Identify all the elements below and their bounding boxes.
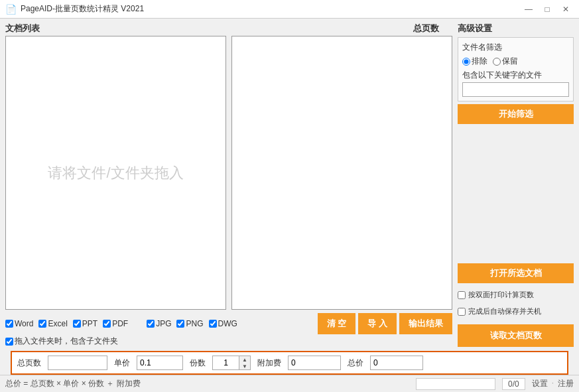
status-progress: 0/0: [502, 378, 525, 390]
maximize-button[interactable]: □: [539, 3, 555, 15]
total-pages-header-label: 总页数: [399, 23, 452, 34]
dwg-checkbox[interactable]: [209, 320, 217, 328]
total-pages-title: 总页数: [413, 23, 439, 33]
auto-shutdown-checkbox[interactable]: [458, 308, 466, 316]
png-checkbox[interactable]: [176, 320, 184, 328]
pdf-checkbox-item: PDF: [103, 319, 128, 328]
close-button[interactable]: ✕: [558, 3, 574, 15]
calc-total-pages-label: 总页数: [17, 358, 41, 369]
double-sided-label[interactable]: 按双面打印计算页数: [468, 290, 534, 300]
total-pages-box: [231, 36, 452, 310]
double-sided-option: 按双面打印计算页数: [458, 290, 574, 300]
doc-list-placeholder: 请将文件/文件夹拖入: [48, 163, 183, 183]
calc-unit-price-label: 单价: [114, 358, 130, 369]
ppt-checkbox-item: PPT: [73, 319, 97, 328]
spin-up-button[interactable]: ▲: [239, 356, 250, 363]
titlebar-controls: — □ ✕: [521, 3, 574, 15]
keep-radio-item: 保留: [493, 56, 518, 67]
app-title: PageAID-批量页数统计精灵 V2021: [21, 3, 144, 15]
calc-row: 总页数 单价 份数 ▲ ▼ 附加费 总价: [11, 351, 568, 375]
calc-surcharge-label: 附加费: [257, 358, 281, 369]
jpg-checkbox[interactable]: [147, 320, 155, 328]
subfolders-checkbox[interactable]: [5, 338, 13, 346]
excel-label[interactable]: Excel: [48, 319, 67, 328]
content-area: 文档列表 总页数 请将文件/文件夹拖入 Word: [0, 19, 579, 375]
calc-total-price-input[interactable]: [370, 356, 423, 370]
subfolders-checkbox-item: 拖入文件夹时，包含子文件夹: [5, 336, 118, 347]
auto-shutdown-label[interactable]: 完成后自动保存并关机: [468, 306, 541, 316]
read-pages-button[interactable]: 读取文档页数: [458, 324, 574, 347]
keep-label[interactable]: 保留: [502, 56, 518, 67]
double-sided-checkbox[interactable]: [458, 291, 466, 299]
copies-input[interactable]: [212, 356, 239, 370]
filter-section-title: 文件名筛选: [462, 42, 569, 53]
copies-spinner: ▲ ▼: [212, 356, 251, 370]
exclude-radio-item: 排除: [462, 56, 487, 67]
left-main: 文档列表 总页数 请将文件/文件夹拖入 Word: [5, 23, 452, 347]
checkboxes-row2: 拖入文件夹时，包含子文件夹: [5, 336, 452, 347]
right-section: 高级设置 文件名筛选 排除 保留 包含以下关键字的文件 开始筛选: [458, 23, 574, 347]
exclude-radio[interactable]: [462, 58, 470, 66]
filter-keyword-input[interactable]: [462, 82, 569, 97]
pdf-label[interactable]: PDF: [112, 319, 128, 328]
radio-row: 排除 保留: [462, 56, 569, 67]
subfolders-label[interactable]: 拖入文件夹时，包含子文件夹: [15, 336, 118, 347]
filter-input-label: 包含以下关键字的文件: [462, 70, 569, 81]
panels-container: 文档列表 总页数 请将文件/文件夹拖入 Word: [5, 23, 574, 347]
status-input[interactable]: [416, 378, 495, 390]
excel-checkbox[interactable]: [38, 320, 46, 328]
open-doc-button[interactable]: 打开所选文档: [458, 263, 574, 283]
titlebar-left: 📄 PageAID-批量页数统计精灵 V2021: [5, 3, 144, 15]
word-checkbox-item: Word: [5, 319, 33, 328]
status-separator: ·: [552, 378, 554, 389]
register-link[interactable]: 注册: [558, 378, 574, 389]
keep-radio[interactable]: [493, 58, 501, 66]
checkboxes-row1: Word Excel PPT PDF JPG: [5, 313, 452, 334]
advanced-settings-header: 高级设置: [458, 23, 574, 34]
calc-total-price-label: 总价: [348, 358, 363, 369]
png-checkbox-item: PNG: [176, 319, 203, 328]
ppt-label[interactable]: PPT: [82, 319, 97, 328]
png-label[interactable]: PNG: [186, 319, 203, 328]
auto-shutdown-option: 完成后自动保存并关机: [458, 306, 574, 316]
doc-list-title: 文档列表: [5, 23, 40, 33]
pdf-checkbox[interactable]: [103, 320, 111, 328]
filter-box: 文件名筛选 排除 保留 包含以下关键字的文件: [458, 37, 574, 101]
status-formula: 总价 = 总页数 × 单价 × 份数 ＋ 附加费: [5, 378, 409, 389]
doc-total-row: 请将文件/文件夹拖入: [5, 36, 452, 310]
minimize-button[interactable]: —: [521, 3, 537, 15]
ppt-checkbox[interactable]: [73, 320, 81, 328]
spin-down-button[interactable]: ▼: [239, 363, 250, 369]
start-filter-button[interactable]: 开始筛选: [458, 104, 574, 124]
calc-unit-price-input[interactable]: [137, 356, 183, 370]
dwg-checkbox-item: DWG: [209, 319, 237, 328]
dwg-label[interactable]: DWG: [218, 319, 237, 328]
excel-checkbox-item: Excel: [38, 319, 67, 328]
calc-total-pages-input[interactable]: [48, 356, 107, 370]
calc-surcharge-input[interactable]: [288, 356, 341, 370]
import-button[interactable]: 导 入: [358, 313, 397, 334]
doc-list-box[interactable]: 请将文件/文件夹拖入: [5, 36, 226, 310]
word-label[interactable]: Word: [15, 319, 33, 328]
settings-link[interactable]: 设置: [532, 378, 548, 389]
status-bar: 总价 = 总页数 × 单价 × 份数 ＋ 附加费 0/0 设置 · 注册: [0, 375, 579, 392]
exclude-label[interactable]: 排除: [472, 56, 487, 67]
spin-buttons: ▲ ▼: [239, 356, 251, 370]
jpg-label[interactable]: JPG: [156, 319, 171, 328]
export-button[interactable]: 输出结果: [399, 313, 452, 334]
jpg-checkbox-item: JPG: [147, 319, 171, 328]
calc-copies-label: 份数: [190, 358, 206, 369]
status-links: 设置 · 注册: [532, 378, 574, 389]
clear-button[interactable]: 清 空: [318, 313, 356, 334]
app-icon: 📄: [5, 4, 17, 15]
doc-list-header-label: 文档列表: [5, 23, 394, 34]
word-checkbox[interactable]: [5, 320, 13, 328]
titlebar: 📄 PageAID-批量页数统计精灵 V2021 — □ ✕: [0, 0, 579, 19]
